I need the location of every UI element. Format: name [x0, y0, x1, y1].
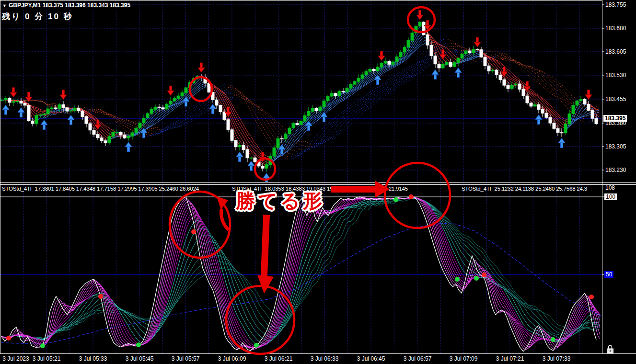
candle: [23, 103, 26, 105]
osc-buy-dot: [136, 342, 141, 347]
candle: [288, 128, 291, 134]
time-axis-label: 3 Jul 06:21: [265, 355, 293, 362]
candle: [484, 57, 486, 66]
candle: [369, 69, 371, 72]
candle: [234, 140, 237, 147]
candle: [208, 83, 210, 92]
candle: [200, 76, 203, 77]
chart-canvas[interactable]: [0, 0, 636, 364]
osc-sell-dot: [98, 294, 103, 299]
candle: [280, 138, 283, 139]
candle: [365, 71, 368, 75]
candle: [169, 101, 172, 104]
candle: [265, 165, 268, 169]
candle: [227, 120, 230, 130]
candle: [146, 114, 149, 118]
osc-sell-dot: [6, 336, 11, 341]
candle: [165, 104, 168, 109]
candle: [296, 124, 299, 125]
sell-signal-arrow-icon: [167, 86, 174, 95]
candle: [139, 123, 141, 128]
chevron-down-icon[interactable]: ▼: [2, 3, 7, 8]
candle: [0, 100, 3, 101]
candle: [307, 111, 310, 115]
candle: [284, 134, 287, 139]
candle: [173, 98, 176, 101]
candle: [319, 107, 322, 111]
candle: [73, 108, 76, 111]
candle: [50, 108, 53, 109]
candle: [196, 76, 199, 79]
candle: [246, 149, 249, 158]
candle: [522, 89, 525, 96]
osc-sell-dot: [191, 229, 196, 234]
candle: [430, 45, 433, 56]
symbol-title-row: ▼GBPJPY,M1 183.375 183.396 183.343 183.3…: [2, 2, 130, 9]
candle: [119, 132, 122, 135]
osc-sell-dot: [482, 273, 486, 277]
indicator-values-segment-2: STOStd_4TF 18.0353 18.4383 19.0343 19.57…: [232, 186, 408, 192]
candle: [545, 113, 548, 117]
buy-signal-arrow-icon: [125, 142, 132, 152]
candle: [35, 115, 38, 124]
candle: [380, 63, 383, 67]
time-axis-label: 3 Jul 05:45: [126, 355, 154, 362]
candle: [491, 70, 494, 71]
buy-signal-arrow-icon: [18, 108, 24, 117]
osc-buy-dot: [455, 277, 460, 282]
candle: [85, 117, 88, 124]
candle: [564, 124, 567, 133]
candle: [499, 75, 502, 80]
candle: [461, 54, 463, 58]
candle: [568, 114, 571, 124]
time-axis-label: 3 Jul 06:09: [218, 355, 246, 362]
candle: [66, 108, 69, 111]
candle: [177, 96, 180, 98]
candle: [303, 115, 306, 121]
time-axis-label: 3 Jul 07:33: [543, 355, 571, 362]
candle: [192, 79, 195, 83]
candle: [142, 118, 145, 123]
osc-buy-dot: [474, 276, 479, 281]
candle: [250, 158, 253, 158]
candle: [269, 156, 272, 165]
candle: [154, 107, 157, 109]
candle: [411, 33, 414, 41]
candle: [96, 135, 99, 138]
symbol-label: GBPJPY,M1: [9, 2, 41, 9]
candle: [311, 108, 314, 111]
candle: [560, 133, 563, 133]
buy-signal-arrow-icon: [209, 104, 216, 114]
candle: [77, 108, 80, 111]
candle: [403, 47, 406, 52]
candle: [438, 64, 440, 68]
time-axis-label: 3 Jul 07:09: [450, 355, 478, 362]
candle: [43, 114, 46, 115]
ohlc-values: 183.375 183.396 183.343 183.395: [43, 2, 131, 9]
time-axis-label: 3 Jul 06:45: [357, 355, 385, 362]
time-axis-label: 3 Jul 06:33: [311, 355, 339, 362]
buy-signal-arrow-icon: [432, 69, 439, 79]
candle: [549, 117, 552, 123]
candle: [93, 130, 95, 135]
candle: [27, 105, 30, 121]
sell-signal-arrow-icon: [60, 90, 67, 100]
candle: [418, 22, 421, 26]
candle: [495, 70, 498, 75]
candle: [116, 132, 118, 133]
candle: [453, 63, 456, 67]
candle: [219, 105, 222, 112]
candle: [372, 69, 375, 71]
candle: [238, 145, 241, 147]
candle: [8, 98, 11, 102]
candle: [223, 112, 226, 119]
candle: [533, 105, 536, 106]
candle: [254, 158, 256, 161]
candle: [273, 148, 276, 156]
candle: [445, 62, 448, 64]
candle: [468, 51, 471, 53]
candle: [518, 84, 521, 89]
candle: [556, 128, 559, 133]
candle: [415, 26, 417, 33]
candle: [231, 130, 233, 140]
